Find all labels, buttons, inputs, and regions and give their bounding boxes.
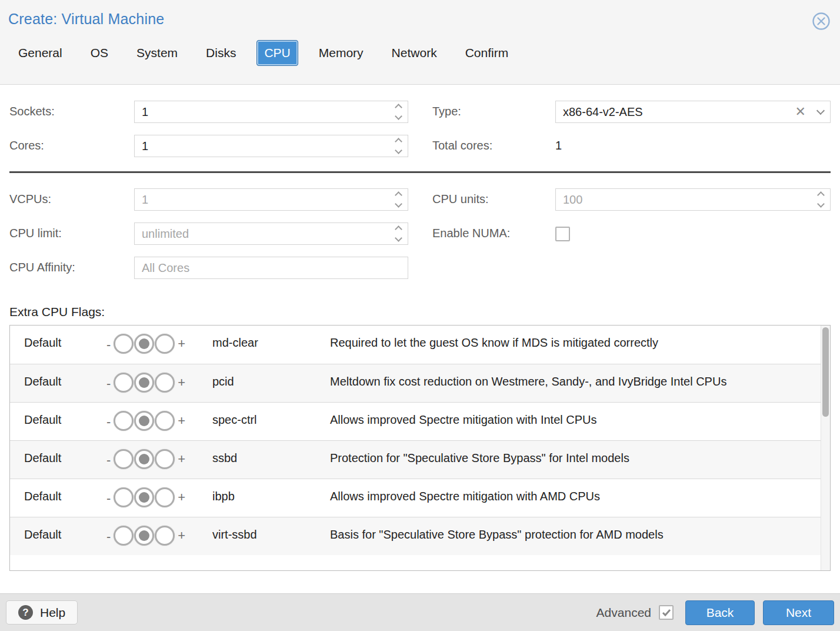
flag-name: md-clear [212,334,330,350]
tab-system[interactable]: System [129,40,185,66]
tab-disks[interactable]: Disks [198,40,244,66]
spinner-down-icon[interactable] [395,147,402,154]
check-icon [662,609,671,617]
tab-general[interactable]: General [11,40,70,66]
sockets-input[interactable] [134,101,408,123]
flag-row-ssbd: Default - + ssbd Protection for "Specula… [10,440,830,479]
back-button[interactable]: Back [685,600,755,625]
slider-pos-on[interactable] [155,449,175,469]
vcpus-input[interactable] [134,188,408,211]
chevron-down-icon[interactable] [816,106,825,114]
tab-memory[interactable]: Memory [311,40,371,66]
tristate-slider[interactable]: - + [104,449,212,469]
flag-description: Allows improved Spectre mitigation with … [330,411,801,429]
sockets-spinner [134,101,408,123]
cores-spinner [134,135,408,157]
cpu-limit-input[interactable] [134,222,408,245]
slider-pos-default[interactable] [134,449,154,469]
flag-state: Default [24,411,104,427]
slider-pos-off[interactable] [114,449,134,469]
enable-numa-checkbox[interactable] [555,227,570,241]
tab-network[interactable]: Network [384,40,445,66]
clear-icon[interactable]: ✕ [795,105,806,118]
flag-name: ssbd [212,449,330,465]
advanced-checkbox[interactable] [659,605,674,620]
tristate-slider[interactable]: - + [104,411,212,431]
slider-pos-on[interactable] [155,487,175,507]
flag-name: spec-ctrl [212,411,330,427]
tab-confirm[interactable]: Confirm [458,40,516,66]
close-icon[interactable] [812,12,831,31]
tab-os[interactable]: OS [83,40,116,66]
slider-pos-on[interactable] [155,334,175,354]
dialog-footer: ? Help Advanced Back Next [0,593,840,631]
spinner-up-icon[interactable] [395,225,402,233]
slider-pos-off[interactable] [114,487,134,507]
spinner-down-icon[interactable] [395,200,402,208]
cores-input[interactable] [134,135,408,157]
cores-spin-triggers [396,135,401,157]
enable-numa-label: Enable NUMA: [432,222,555,240]
wizard-tab-bar: General OS System Disks CPU Memory Netwo… [8,40,831,66]
spinner-down-icon[interactable] [817,200,825,208]
slider-knob [139,530,149,541]
cpu-units-input[interactable] [555,188,831,211]
tristate-slider[interactable]: - + [104,526,212,546]
question-icon: ? [18,605,33,620]
slider-pos-default[interactable] [134,373,154,393]
flag-description: Required to let the guest OS know if MDS… [330,334,801,352]
slider-knob [139,377,149,388]
flag-row-md-clear: Default - + md-clear Required to let the… [10,326,830,364]
advanced-label: Advanced [596,606,651,620]
sockets-spin-triggers [396,101,401,123]
cpu-units-label: CPU units: [432,188,555,206]
sockets-label: Sockets: [9,101,134,118]
slider-pos-off[interactable] [114,373,134,393]
tristate-slider[interactable]: - + [104,373,212,393]
slider-pos-default[interactable] [134,526,154,546]
tab-cpu[interactable]: CPU [256,40,298,66]
flag-description: Protection for "Speculative Store Bypass… [330,449,801,467]
next-button[interactable]: Next [763,600,834,625]
spinner-up-icon[interactable] [395,138,402,145]
cpu-limit-spinner [134,222,408,245]
slider-pos-default[interactable] [134,334,154,354]
flag-row-spec-ctrl: Default - + spec-ctrl Allows improved Sp… [10,402,830,440]
flag-name: virt-ssbd [212,526,330,542]
flags-scrollbar[interactable] [821,326,830,570]
slider-pos-off[interactable] [114,411,134,431]
tristate-slider[interactable]: - + [104,487,212,507]
flag-description: Basis for "Speculative Store Bypass" pro… [330,526,801,544]
spinner-up-icon[interactable] [817,191,825,199]
spinner-down-icon[interactable] [395,234,402,242]
slider-pos-on[interactable] [155,526,175,546]
slider-pos-on[interactable] [155,411,175,431]
slider-pos-default[interactable] [134,411,154,431]
cpu-affinity-input[interactable] [134,257,408,279]
cpu-basic-form: Sockets: Type: ✕ Cores: [0,85,840,157]
type-label: Type: [432,101,555,118]
slider-pos-off[interactable] [114,334,134,354]
flag-row-pcid: Default - + pcid Meltdown fix cost reduc… [10,364,830,402]
slider-pos-on[interactable] [155,373,175,393]
cpu-type-input[interactable] [555,101,831,123]
flag-state: Default [24,487,104,503]
spinner-down-icon[interactable] [395,112,402,120]
slider-minus-label: - [104,335,114,353]
spinner-up-icon[interactable] [395,191,402,199]
flag-state: Default [24,334,104,350]
cpu-limit-label: CPU limit: [9,222,134,240]
help-button[interactable]: ? Help [6,600,78,625]
scrollbar-thumb[interactable] [822,327,829,417]
slider-knob [139,416,149,426]
spinner-up-icon[interactable] [395,104,402,111]
flag-name: pcid [212,373,330,388]
slider-pos-off[interactable] [114,526,134,546]
cpu-flags-table: Default - + md-clear Required to let the… [9,325,831,571]
tristate-slider[interactable]: - + [104,334,212,354]
slider-pos-default[interactable] [134,487,154,507]
cpu-affinity-label: CPU Affinity: [9,257,134,274]
flag-description: Meltdown fix cost reduction on Westmere,… [330,373,801,391]
slider-knob [139,454,149,464]
total-cores-value: 1 [555,135,562,152]
